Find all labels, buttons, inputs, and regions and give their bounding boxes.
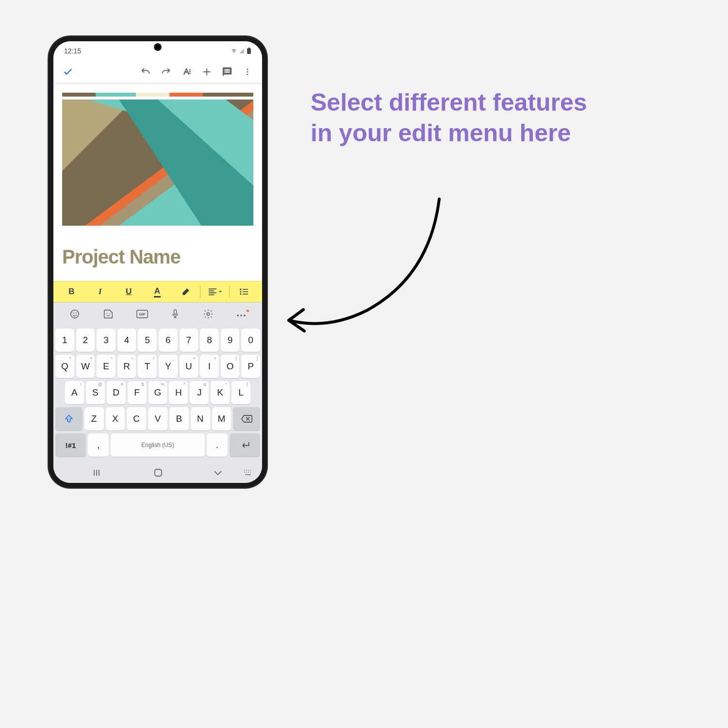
- camera-cutout: [154, 43, 162, 51]
- svg-rect-36: [245, 474, 251, 475]
- align-button[interactable]: [200, 281, 229, 302]
- key-g[interactable]: G%: [149, 381, 167, 404]
- sticker-icon: [103, 309, 114, 319]
- spacebar[interactable]: English (US): [111, 433, 204, 457]
- key-7[interactable]: 7: [180, 329, 199, 352]
- key-hint: =: [131, 356, 133, 361]
- key-2[interactable]: 2: [76, 329, 95, 352]
- key-0[interactable]: 0: [241, 329, 260, 352]
- key-z[interactable]: Z: [84, 407, 104, 430]
- svg-rect-27: [155, 469, 162, 476]
- svg-point-25: [240, 314, 242, 316]
- emoji-button[interactable]: [69, 309, 80, 321]
- doc-title[interactable]: Project Name: [62, 246, 253, 268]
- key-s[interactable]: S@: [86, 381, 105, 404]
- key-m[interactable]: M: [212, 407, 232, 430]
- underline-button[interactable]: U: [115, 281, 143, 302]
- voice-button[interactable]: [170, 309, 180, 321]
- period-key[interactable]: .: [207, 433, 228, 457]
- gif-icon: GIF: [136, 310, 148, 318]
- insert-button[interactable]: [197, 62, 216, 82]
- key-k[interactable]: K*: [211, 381, 230, 404]
- key-b[interactable]: B: [169, 407, 189, 430]
- key-hint: ]: [256, 356, 258, 361]
- key-5[interactable]: 5: [138, 329, 157, 352]
- done-button[interactable]: [58, 62, 78, 82]
- key-x[interactable]: X: [106, 407, 125, 430]
- key-8[interactable]: 8: [200, 329, 219, 352]
- status-time: 12:15: [64, 47, 81, 55]
- key-hint: /: [153, 356, 154, 361]
- svg-point-2: [247, 68, 248, 70]
- key-3[interactable]: 3: [97, 329, 116, 352]
- document-canvas[interactable]: Project Name: [53, 83, 262, 281]
- bold-button[interactable]: B: [57, 281, 86, 302]
- key-t[interactable]: T/: [138, 355, 157, 378]
- key-w[interactable]: W×: [76, 355, 95, 378]
- key-e[interactable]: E÷: [97, 355, 116, 378]
- enter-key[interactable]: [230, 433, 260, 457]
- key-9[interactable]: 9: [221, 329, 240, 352]
- expand-button[interactable]: [236, 311, 246, 319]
- key-1[interactable]: 1: [55, 329, 74, 352]
- svg-point-12: [240, 289, 241, 290]
- key-6[interactable]: 6: [159, 329, 178, 352]
- highlight-button[interactable]: [171, 281, 200, 302]
- italic-button[interactable]: I: [86, 281, 115, 302]
- settings-button[interactable]: [203, 309, 214, 321]
- undo-button[interactable]: [136, 62, 155, 82]
- overflow-button[interactable]: [238, 62, 257, 82]
- key-l[interactable]: L(: [232, 381, 250, 404]
- key-hint: %: [161, 382, 165, 387]
- battery-icon: [247, 48, 251, 54]
- key-j[interactable]: J&: [190, 381, 209, 404]
- keyboard-switch-button[interactable]: [244, 469, 252, 478]
- gif-button[interactable]: GIF: [136, 310, 148, 320]
- key-c[interactable]: C: [127, 407, 146, 430]
- svg-point-30: [248, 470, 249, 471]
- recents-button[interactable]: [93, 469, 103, 479]
- key-v[interactable]: V: [148, 407, 167, 430]
- comment-icon: [222, 66, 232, 77]
- key-u[interactable]: U<: [180, 355, 199, 378]
- key-a[interactable]: A!: [65, 381, 84, 404]
- key-p[interactable]: P]: [241, 355, 260, 378]
- highlighter-icon: [182, 287, 190, 296]
- svg-point-19: [109, 313, 110, 314]
- phone-frame: 12:15: [49, 36, 267, 488]
- keyboard-toolbar: GIF: [53, 302, 262, 327]
- svg-rect-0: [247, 49, 251, 54]
- redo-icon: [161, 66, 171, 77]
- key-n[interactable]: N: [191, 407, 210, 430]
- key-h[interactable]: H^: [169, 381, 188, 404]
- key-4[interactable]: 4: [117, 329, 136, 352]
- on-screen-keyboard: 1234567890 Q+W×E÷R=T/Y_U<I>O[P] A!S@D#F$…: [53, 327, 262, 463]
- sticker-button[interactable]: [103, 309, 114, 321]
- key-r[interactable]: R=: [117, 355, 136, 378]
- key-d[interactable]: D#: [107, 381, 126, 404]
- key-q[interactable]: Q+: [55, 355, 74, 378]
- svg-point-29: [246, 470, 247, 471]
- dropdown-icon: [218, 290, 222, 294]
- key-o[interactable]: O[: [221, 355, 240, 378]
- back-button[interactable]: [214, 469, 222, 478]
- callout-arrow: [269, 189, 463, 335]
- svg-point-24: [237, 314, 239, 316]
- key-y[interactable]: Y_: [159, 355, 178, 378]
- redo-button[interactable]: [156, 62, 176, 82]
- list-button[interactable]: [230, 281, 258, 302]
- comma-key[interactable]: ,: [88, 433, 109, 457]
- text-color-button[interactable]: A: [143, 281, 172, 302]
- text-format-button[interactable]: [177, 62, 196, 82]
- svg-point-32: [244, 472, 245, 473]
- backspace-key[interactable]: [233, 407, 260, 430]
- home-button[interactable]: [153, 468, 163, 480]
- svg-point-28: [244, 470, 245, 471]
- key-i[interactable]: I>: [200, 355, 219, 378]
- key-hint: &: [203, 382, 206, 387]
- key-hint: <: [193, 356, 196, 361]
- shift-key[interactable]: [55, 407, 83, 430]
- symbols-key[interactable]: !#1: [55, 433, 86, 457]
- key-f[interactable]: F$: [128, 381, 147, 404]
- comment-button[interactable]: [217, 62, 237, 82]
